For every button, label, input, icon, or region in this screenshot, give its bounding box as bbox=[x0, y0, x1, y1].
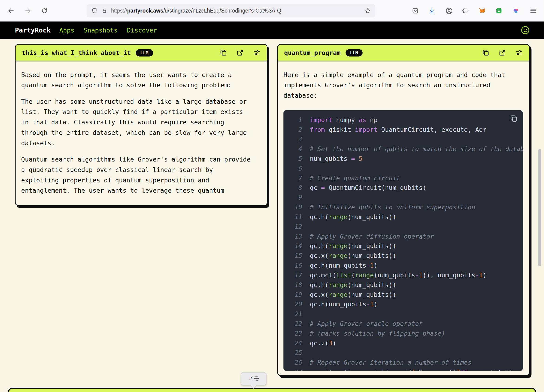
code-line: 12 bbox=[283, 222, 523, 232]
fox-icon bbox=[479, 7, 486, 15]
code-line: 1import numpy as np bbox=[283, 115, 523, 125]
forward-button[interactable] bbox=[22, 5, 33, 16]
paragraph: Quantum search algorithms like Grover's … bbox=[21, 154, 252, 196]
account-icon bbox=[445, 7, 453, 15]
code-line: 5num_qubits = 5 bbox=[283, 154, 523, 164]
pocket-icon bbox=[411, 7, 419, 15]
code-line: 14qc.h(range(num_qubits)) bbox=[283, 241, 523, 251]
code-line: 16qc.h(num_qubits-1) bbox=[283, 261, 523, 270]
widget-actions bbox=[219, 49, 260, 57]
sliders-icon[interactable] bbox=[253, 49, 261, 57]
code-line: 2from qiskit import QuantumCircuit, exec… bbox=[283, 125, 523, 135]
code-line: 21 bbox=[283, 309, 523, 319]
export-icon[interactable] bbox=[498, 49, 506, 57]
code-line: 15qc.x(range(num_qubits)) bbox=[283, 251, 523, 261]
pocket-button[interactable] bbox=[410, 5, 421, 16]
reload-icon bbox=[41, 7, 48, 15]
code-line: 24qc.z(3) bbox=[283, 338, 523, 348]
scrollbar-thumb[interactable] bbox=[538, 149, 541, 266]
colorful-extension-icon bbox=[512, 7, 520, 15]
code-line: 8qc = QuantumCircuit(num_qubits) bbox=[283, 183, 523, 193]
widget-actions bbox=[482, 49, 523, 57]
hamburger-icon bbox=[529, 7, 537, 15]
brand-logo[interactable]: PartyRock bbox=[15, 26, 51, 34]
app-navbar: PartyRock Apps Snapshots Discover bbox=[0, 22, 544, 39]
code-line: 13# Apply Grover diffusion operator bbox=[283, 232, 523, 241]
green-extension-button[interactable] bbox=[493, 5, 504, 16]
code-line: 19qc.x(range(num_qubits)) bbox=[283, 290, 523, 300]
widget-quantum-program: quantum_program LLM Here is a simple exa… bbox=[277, 44, 530, 376]
smiley-face-icon[interactable] bbox=[520, 25, 530, 35]
code-line: 4# Set the number of qubits to match the… bbox=[283, 144, 523, 154]
code-intro: Here is a simple example of a quantum pr… bbox=[283, 70, 514, 101]
colorful-extension-button[interactable] bbox=[510, 5, 521, 16]
code-line: 20qc.h(num_qubits-1) bbox=[283, 300, 523, 309]
account-button[interactable] bbox=[443, 5, 455, 16]
nav-item-snapshots[interactable]: Snapshots bbox=[84, 26, 118, 34]
export-icon[interactable] bbox=[236, 49, 244, 57]
code-block: 1import numpy as np2from qiskit import Q… bbox=[283, 110, 523, 371]
lock-icon[interactable] bbox=[101, 7, 108, 14]
code-line: 10# Initialize qubits to uniform superpo… bbox=[283, 202, 523, 212]
widget-header: this_is_what_I_think_about_it LLM bbox=[16, 45, 267, 62]
llm-badge: LLM bbox=[136, 49, 153, 56]
code-line: 6 bbox=[283, 164, 523, 173]
back-button[interactable] bbox=[6, 5, 17, 16]
metamask-extension-button[interactable] bbox=[477, 5, 488, 16]
url-scheme: https:// bbox=[111, 8, 127, 13]
back-arrow-icon bbox=[7, 7, 15, 15]
code-line: 17qc.mct(list(range(num_qubits-1)), num_… bbox=[283, 270, 523, 280]
paragraph: Based on the prompt, it seems the user w… bbox=[21, 70, 252, 91]
copy-icon[interactable] bbox=[219, 49, 227, 57]
code-line: 22# Apply Grover oracle operator bbox=[283, 319, 523, 329]
nav-item-discover[interactable]: Discover bbox=[127, 26, 157, 34]
code-line: 23# (marks solution by flipping phase) bbox=[283, 329, 523, 338]
code-line: 26# Repeat Grover iteration a number of … bbox=[283, 358, 523, 367]
nav-items: Apps Snapshots Discover bbox=[59, 26, 157, 34]
browser-toolbar: https://partyrock.aws/u/stingraze/nLzcLh… bbox=[0, 0, 544, 22]
shield-icon[interactable] bbox=[91, 7, 98, 14]
address-bar[interactable]: https://partyrock.aws/u/stingraze/nLzcLh… bbox=[87, 4, 375, 17]
extensions-button[interactable] bbox=[460, 5, 471, 16]
widget-output-text: Here is a simple example of a quantum pr… bbox=[278, 61, 529, 376]
forward-arrow-icon bbox=[24, 7, 32, 15]
green-extension-icon bbox=[495, 7, 503, 15]
url-domain: partyrock.aws bbox=[127, 8, 163, 13]
partial-widget-top[interactable] bbox=[8, 388, 536, 392]
bookmark-star-icon[interactable] bbox=[364, 7, 371, 14]
sliders-icon[interactable] bbox=[515, 49, 523, 57]
copy-icon[interactable] bbox=[482, 49, 490, 57]
code-lines: 1import numpy as np2from qiskit import Q… bbox=[283, 115, 523, 371]
app-canvas: this_is_what_I_think_about_it LLM Based … bbox=[0, 39, 544, 392]
code-line: 11qc.h(range(num_qubits)) bbox=[283, 212, 523, 222]
page: https://partyrock.aws/u/stingraze/nLzcLh… bbox=[0, 0, 544, 392]
downloads-button[interactable] bbox=[426, 5, 438, 16]
memo-tooltip-label: メモ bbox=[248, 375, 259, 382]
code-line: 27num_iterations = int(np.pi/4 * np.sqrt… bbox=[283, 367, 523, 371]
memo-tooltip: メモ bbox=[241, 372, 267, 385]
reload-button[interactable] bbox=[39, 5, 50, 16]
widget-this-is-what-i-think-about-it: this_is_what_I_think_about_it LLM Based … bbox=[15, 44, 267, 206]
menu-button[interactable] bbox=[528, 5, 539, 16]
download-icon bbox=[428, 7, 436, 15]
code-line: 3 bbox=[283, 135, 523, 144]
code-line: 9 bbox=[283, 193, 523, 202]
code-line: 7# Create quantum circuit bbox=[283, 173, 523, 183]
llm-badge: LLM bbox=[345, 49, 363, 56]
code-copy-button[interactable] bbox=[510, 115, 518, 123]
widget-output-text: Based on the prompt, it seems the user w… bbox=[16, 61, 267, 205]
puzzle-icon bbox=[462, 7, 469, 15]
widget-title: quantum_program bbox=[284, 49, 341, 56]
widget-title: this_is_what_I_think_about_it bbox=[22, 49, 131, 56]
paragraph: The user has some unstructured data like… bbox=[21, 96, 252, 148]
url-path: /u/stingraze/nLzcLhEqq/Schrodinger's-Cat… bbox=[163, 8, 281, 13]
widget-header: quantum_program LLM bbox=[278, 45, 529, 62]
url-text: https://partyrock.aws/u/stingraze/nLzcLh… bbox=[111, 8, 361, 14]
code-line: 25 bbox=[283, 348, 523, 358]
code-line: 18qc.h(range(num_qubits)) bbox=[283, 280, 523, 290]
nav-item-apps[interactable]: Apps bbox=[59, 26, 74, 34]
copy-icon bbox=[510, 115, 518, 123]
